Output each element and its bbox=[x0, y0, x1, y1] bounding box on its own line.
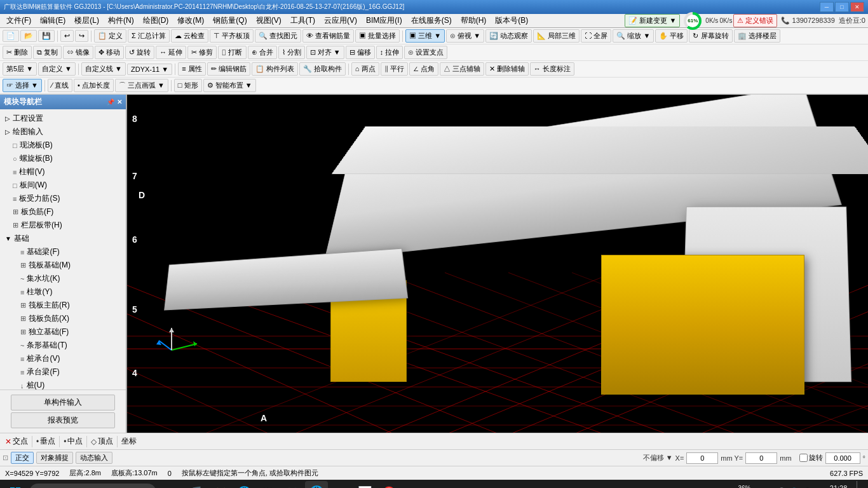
menu-floor[interactable]: 楼层(L) bbox=[71, 14, 103, 27]
menu-rebar[interactable]: 钢筋量(Q) bbox=[209, 14, 250, 27]
tb-point-length[interactable]: • 点加长度 bbox=[74, 79, 114, 92]
close-button[interactable]: ✕ bbox=[850, 2, 864, 12]
panel-float-btn[interactable]: 📌 bbox=[107, 98, 114, 105]
tb-sum[interactable]: Σ 汇总计算 bbox=[128, 29, 170, 43]
item-zhudun[interactable]: ≡柱墩(Y) bbox=[0, 285, 126, 299]
tb-fullscreen[interactable]: ⛶ 全屏 bbox=[581, 29, 611, 43]
tb-pickup[interactable]: 🔧 拾取构件 bbox=[299, 62, 346, 76]
item-jichuliang[interactable]: ≡基础梁(F) bbox=[0, 245, 126, 259]
rotate-checkbox[interactable]: 旋转 bbox=[799, 453, 823, 463]
tb-new[interactable]: 📄 bbox=[3, 30, 19, 42]
section-foundation[interactable]: ▼ 基础 bbox=[0, 232, 126, 245]
tb-mirror[interactable]: ⇔ 镜像 bbox=[63, 46, 93, 59]
snap-intersection[interactable]: ✕ 交点 bbox=[5, 436, 28, 447]
item-zhuanchengtai[interactable]: ≡桩承台(V) bbox=[0, 352, 126, 365]
toolbar-error[interactable]: ⚠ 定义错误 bbox=[733, 14, 777, 27]
rotate-input[interactable] bbox=[825, 452, 860, 464]
toolbar-new-change[interactable]: 📝 新建变更 ▼ bbox=[625, 14, 680, 27]
tb-find[interactable]: 🔍 查找图元 bbox=[255, 29, 301, 43]
tb-3d[interactable]: ▣ 三维 ▼ bbox=[405, 29, 445, 43]
dynamic-input-btn[interactable]: 动态输入 bbox=[76, 452, 112, 464]
taskbar-app-g[interactable]: G bbox=[329, 481, 352, 488]
taskbar-search[interactable]: 🔍 在这里输入你要搜索的内容 bbox=[29, 484, 156, 488]
y-input[interactable] bbox=[745, 452, 777, 464]
tb-stretch[interactable]: ↕ 拉伸 bbox=[376, 46, 403, 59]
item-jishukeng[interactable]: ~集水坑(K) bbox=[0, 272, 126, 285]
tb-three-axis[interactable]: △ 三点辅轴 bbox=[440, 62, 484, 76]
section-engineering[interactable]: ▷ 工程设置 bbox=[0, 112, 126, 125]
tb-set-pivot[interactable]: ⊙ 设置支点 bbox=[404, 46, 447, 59]
tb-rect[interactable]: □ 矩形 bbox=[174, 79, 202, 92]
taskbar-app-target[interactable]: 🎯 bbox=[377, 481, 400, 488]
tb-merge[interactable]: ⊕ 合并 bbox=[248, 46, 277, 59]
menu-cloud[interactable]: 云应用(V) bbox=[320, 14, 361, 27]
snap-vertex[interactable]: ◇ 顶点 bbox=[91, 436, 113, 447]
tb-move[interactable]: ✥ 移动 bbox=[95, 46, 124, 59]
panel-close-btn[interactable]: ✕ bbox=[117, 98, 122, 105]
taskbar-mic[interactable]: 🎙 bbox=[158, 481, 180, 488]
tb-break[interactable]: ⌷ 打断 bbox=[218, 46, 246, 59]
taskbar-app-chart[interactable]: 📊 bbox=[353, 481, 376, 488]
layer-type[interactable]: 自定义 ▼ bbox=[38, 62, 76, 76]
item-xianzhuban[interactable]: □现浇板(B) bbox=[0, 139, 126, 152]
show-desktop[interactable] bbox=[857, 481, 860, 488]
menu-element[interactable]: 构件(N) bbox=[104, 14, 138, 27]
start-button[interactable] bbox=[3, 481, 28, 488]
ortho-btn[interactable]: 正交 bbox=[11, 452, 34, 464]
item-banzhuji[interactable]: ⊞板负筋(F) bbox=[0, 205, 126, 219]
viewport[interactable]: 8 7 6 5 4 D A bbox=[127, 95, 868, 433]
tb-arc[interactable]: ⌒ 三点画弧 ▼ bbox=[115, 79, 168, 92]
item-fabanzhuji2[interactable]: ⊞筏板负筋(X) bbox=[0, 312, 126, 325]
menu-view[interactable]: 视图(V) bbox=[252, 14, 285, 27]
tb-angle[interactable]: ∠ 点角 bbox=[409, 62, 438, 76]
item-dulijijichu[interactable]: ⊞独立基础(F) bbox=[0, 325, 126, 339]
item-banfeng[interactable]: □板间(W) bbox=[0, 179, 126, 192]
item-zhuang[interactable]: ↓桩(U) bbox=[0, 379, 126, 390]
tb-orbit[interactable]: 🔄 动态观察 bbox=[485, 29, 532, 43]
tb-select[interactable]: ☞ 选择 ▼ bbox=[3, 79, 42, 92]
single-element-btn[interactable]: 单构件输入 bbox=[11, 395, 115, 410]
item-tiaoxingjichu[interactable]: ~条形基础(T) bbox=[0, 339, 126, 352]
snap-btn[interactable]: 对象捕捉 bbox=[36, 452, 73, 464]
tb-line[interactable]: ∕ 直线 bbox=[48, 79, 72, 92]
tray-time-date[interactable]: 21:28 2017/12/1 bbox=[823, 484, 854, 488]
taskbar-app-game[interactable]: 🎮 bbox=[281, 481, 304, 488]
tb-edit-rebar[interactable]: ✏ 编辑钢筋 bbox=[207, 62, 250, 76]
tb-extend[interactable]: ↔ 延伸 bbox=[156, 46, 186, 59]
tb-view-rebar[interactable]: 👁 查看钢筋量 bbox=[302, 29, 354, 43]
tb-undo[interactable]: ↩ bbox=[60, 30, 74, 42]
snap-perpendicular[interactable]: • 垂点 bbox=[36, 436, 55, 447]
item-chengtailiang[interactable]: ≡承台梁(F) bbox=[0, 365, 126, 379]
minimize-button[interactable]: ─ bbox=[820, 2, 834, 12]
tb-top-view[interactable]: ⊙ 俯视 ▼ bbox=[446, 29, 484, 43]
tb-element-list[interactable]: 📋 构件列表 bbox=[252, 62, 298, 76]
tb-redo[interactable]: ↪ bbox=[75, 30, 88, 42]
menu-file[interactable]: 文件(F) bbox=[3, 14, 35, 27]
tb-define[interactable]: 📋 定义 bbox=[94, 29, 126, 43]
snap-midpoint[interactable]: • 中点 bbox=[64, 436, 83, 447]
tb-align-top[interactable]: ⊤ 平齐板顶 bbox=[210, 29, 254, 43]
menu-modify[interactable]: 修改(M) bbox=[173, 14, 208, 27]
taskbar-app-shield[interactable]: 🛡 bbox=[257, 481, 280, 488]
menu-tools[interactable]: 工具(T) bbox=[287, 14, 319, 27]
tb-trim[interactable]: ✂ 修剪 bbox=[187, 46, 217, 59]
taskbar-app-ie[interactable]: 🌐 bbox=[233, 481, 255, 488]
tb-open[interactable]: 📂 bbox=[20, 30, 37, 42]
report-preview-btn[interactable]: 报表预览 bbox=[11, 412, 115, 428]
taskbar-app-explorer[interactable]: 📁 bbox=[208, 481, 231, 488]
maximize-button[interactable]: □ bbox=[835, 2, 849, 12]
item-fabanzhujin[interactable]: ⊞筏板主筋(R) bbox=[0, 299, 126, 312]
tb-length-mark[interactable]: ↔ 长度标注 bbox=[530, 62, 574, 76]
tb-offset[interactable]: ⊟ 偏移 bbox=[346, 46, 375, 59]
tb-smart-place[interactable]: ⚙ 智能布置 ▼ bbox=[203, 79, 256, 92]
tb-properties[interactable]: ≡ 属性 bbox=[178, 62, 205, 76]
menu-edit[interactable]: 编辑(E) bbox=[36, 14, 69, 27]
tb-zoom[interactable]: 🔍 缩放 ▼ bbox=[613, 29, 654, 43]
tb-rotate[interactable]: ↺ 旋转 bbox=[125, 46, 154, 59]
item-zhumao[interactable]: ≡柱帽(V) bbox=[0, 165, 126, 179]
tb-split[interactable]: ⌇ 分割 bbox=[278, 46, 305, 59]
tb-partial-3d[interactable]: 📐 局部三维 bbox=[533, 29, 580, 43]
tb-del-axis[interactable]: ✕ 删除辅轴 bbox=[485, 62, 529, 76]
menu-draw[interactable]: 绘图(D) bbox=[139, 14, 173, 27]
tb-parallel[interactable]: ∥ 平行 bbox=[381, 62, 408, 76]
